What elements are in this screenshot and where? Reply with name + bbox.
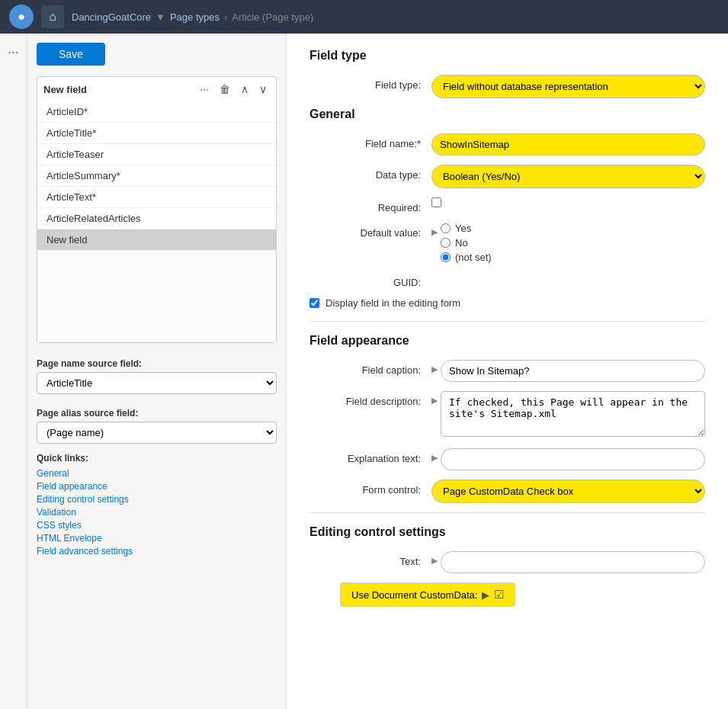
default-radio-yes[interactable] (441, 223, 451, 233)
field-list-item[interactable]: ArticleSummary* (37, 165, 276, 187)
field-caption-label: Field caption: (309, 360, 431, 376)
field-list-header: New field ··· 🗑 ∧ ∨ (37, 76, 277, 101)
page-name-source-wrap: ArticleTitleArticleIDArticleTeaser (37, 372, 277, 394)
explanation-text-label: Explanation text: (309, 448, 431, 464)
page-alias-source-label: Page alias source field: (37, 408, 277, 419)
text-input[interactable] (441, 551, 705, 573)
quick-link-item[interactable]: Field appearance (37, 481, 277, 492)
save-button[interactable]: Save (37, 43, 105, 66)
default-radio-label: (not set) (455, 252, 492, 263)
field-caption-content (441, 360, 705, 382)
text-arrow: ▶ (431, 551, 441, 566)
breadcrumb-page-types[interactable]: Page types (170, 11, 220, 23)
explanation-text-arrow: ▶ (431, 448, 441, 463)
use-doc-label: Use Document CustomData: (351, 589, 477, 601)
home-icon: ⌂ (49, 10, 56, 24)
text-content (441, 551, 705, 573)
breadcrumb-sep1: ▼ (156, 11, 165, 23)
required-checkbox[interactable] (431, 197, 441, 207)
home-button[interactable]: ⌂ (41, 5, 64, 28)
field-type-content: Field without database representationTex… (431, 75, 705, 98)
required-content (431, 197, 705, 210)
left-panel: Save New field ··· 🗑 ∧ ∨ ArticleID*Artic… (27, 34, 287, 709)
quick-link-item[interactable]: HTML Envelope (37, 533, 277, 544)
display-field-checkbox[interactable] (309, 298, 319, 308)
breadcrumb-article: Article (Page type) (232, 11, 313, 23)
quick-link-item[interactable]: Field advanced settings (37, 546, 277, 557)
move-down-button[interactable]: ∨ (256, 82, 270, 97)
field-caption-row: Field caption: ▶ (309, 360, 705, 382)
logo-icon: ● (18, 10, 25, 24)
quick-link-item[interactable]: Editing control settings (37, 494, 277, 505)
use-doc-button[interactable]: Use Document CustomData: ▶ ☑ (340, 582, 515, 607)
data-type-label: Data type: (309, 165, 431, 181)
sidebar-toggle-button[interactable]: ··· (5, 41, 22, 63)
default-radio-label: Yes (455, 223, 471, 234)
field-description-textarea[interactable] (441, 391, 705, 437)
default-radio-item: Yes (441, 223, 705, 234)
app-logo: ● (9, 5, 34, 29)
quick-link-item[interactable]: General (37, 468, 277, 479)
explanation-text-content (441, 448, 705, 470)
form-control-content: Page CustomData Check boxCheckboxDropdow… (431, 480, 705, 503)
field-list-item[interactable]: ArticleText* (37, 187, 276, 208)
default-radio-(notset)[interactable] (441, 252, 451, 262)
text-row: Text: ▶ (309, 551, 705, 573)
default-value-row: Default value: ▶ YesNo(not set) (309, 223, 705, 263)
data-type-content: Boolean (Yes/No)TextIntegerDecimal (431, 165, 705, 188)
explanation-text-input[interactable] (441, 448, 705, 470)
field-caption-input[interactable] (441, 360, 705, 382)
breadcrumb-site[interactable]: DancingGoatCore (72, 11, 151, 23)
default-radio-item: (not set) (441, 252, 705, 263)
default-radio-label: No (455, 237, 468, 249)
field-list-item[interactable]: ArticleTeaser (37, 144, 276, 165)
quick-links: Quick links: GeneralField appearanceEdit… (37, 453, 277, 559)
field-list-item[interactable]: ArticleRelatedArticles (37, 208, 276, 229)
required-label: Required: (309, 197, 431, 213)
quick-links-container: GeneralField appearanceEditing control s… (37, 468, 277, 557)
field-list-item[interactable]: New field (37, 229, 276, 251)
default-value-label: Default value: (309, 223, 431, 239)
field-name-row: Field name:* (309, 133, 705, 156)
field-list-item[interactable]: ArticleID* (37, 101, 276, 123)
new-field-label: New field (43, 84, 192, 95)
field-type-label: Field type: (309, 75, 431, 91)
field-appearance-heading: Field appearance (309, 334, 705, 348)
default-radio-group: YesNo(not set) (441, 223, 705, 263)
field-name-label-text: Field name:* (309, 133, 431, 149)
general-heading: General (309, 107, 705, 121)
move-up-button[interactable]: ∧ (238, 82, 252, 97)
more-options-button[interactable]: ··· (197, 82, 212, 97)
field-caption-arrow: ▶ (431, 360, 441, 374)
breadcrumb-sep2: › (224, 11, 227, 23)
field-list-item[interactable]: ArticleTitle* (37, 123, 276, 144)
field-name-content (431, 133, 705, 156)
form-control-row: Form control: Page CustomData Check boxC… (309, 480, 705, 503)
delete-field-button[interactable]: 🗑 (216, 82, 233, 97)
field-type-select[interactable]: Field without database representationTex… (431, 75, 705, 98)
field-description-row: Field description: ▶ (309, 391, 705, 439)
data-type-select[interactable]: Boolean (Yes/No)TextIntegerDecimal (431, 165, 705, 188)
page-alias-source-select[interactable]: (Page name)ArticleTitleArticleID (37, 422, 277, 444)
field-description-arrow: ▶ (431, 391, 441, 406)
field-description-content (441, 391, 705, 439)
quick-link-item[interactable]: CSS styles (37, 520, 277, 531)
default-value-content: YesNo(not set) (441, 223, 705, 263)
field-name-input[interactable] (431, 133, 705, 156)
default-radio-no[interactable] (441, 238, 451, 248)
field-list: ArticleID*ArticleTitle*ArticleTeaserArti… (37, 101, 277, 343)
quick-link-item[interactable]: Validation (37, 507, 277, 518)
guid-row: GUID: (309, 272, 705, 288)
display-field-label: Display field in the editing form (326, 297, 460, 309)
default-value-arrow: ▶ (431, 223, 441, 237)
use-doc-checkmark: ☑ (494, 588, 504, 602)
text-label: Text: (309, 551, 431, 567)
explanation-text-row: Explanation text: ▶ (309, 448, 705, 470)
page-name-source-select[interactable]: ArticleTitleArticleIDArticleTeaser (37, 372, 277, 394)
required-row: Required: (309, 197, 705, 213)
use-doc-row: Use Document CustomData: ▶ ☑ (340, 582, 705, 607)
form-control-select[interactable]: Page CustomData Check boxCheckboxDropdow… (431, 480, 705, 503)
use-doc-arrow: ▶ (482, 589, 489, 601)
guid-label: GUID: (309, 272, 431, 288)
display-field-row: Display field in the editing form (309, 297, 705, 309)
